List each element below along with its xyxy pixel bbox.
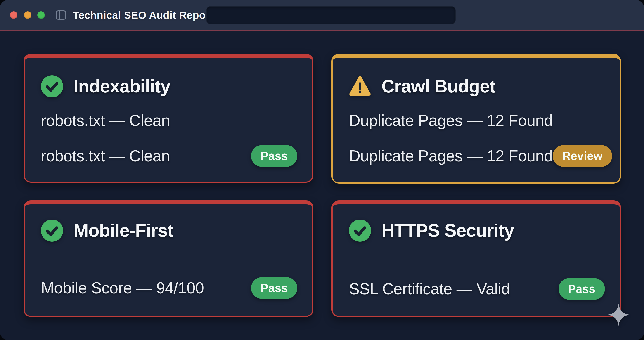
card-header: Indexability bbox=[41, 75, 170, 98]
card-https-security: HTTPS Security SSL Certificate — Valid P… bbox=[332, 200, 621, 317]
audit-row: robots.txt — Clean Pass bbox=[41, 145, 297, 167]
sidebar-toggle-icon[interactable] bbox=[56, 10, 66, 20]
audit-row: Duplicate Pages — 12 Found Review bbox=[349, 145, 605, 167]
title-bar: Technical SEO Audit Report bbox=[0, 0, 644, 30]
window-title: Technical SEO Audit Report bbox=[73, 0, 213, 30]
titlebar-divider bbox=[0, 30, 644, 32]
card-header: Crawl Budget bbox=[349, 75, 496, 98]
minimize-button[interactable] bbox=[24, 11, 32, 19]
card-title: HTTPS Security bbox=[382, 220, 514, 241]
pass-badge[interactable]: Pass bbox=[251, 145, 297, 167]
audit-row-text: Duplicate Pages — 12 Found bbox=[349, 112, 553, 130]
check-circle-icon bbox=[349, 220, 371, 242]
review-badge[interactable]: Review bbox=[553, 145, 612, 167]
card-mobile-first: Mobile-First Mobile Score — 94/100 Pass bbox=[24, 200, 314, 317]
card-crawl-budget: Crawl Budget Duplicate Pages — 12 Found … bbox=[332, 54, 621, 184]
card-title: Mobile-First bbox=[74, 220, 173, 241]
app-window: Technical SEO Audit Report Indexability … bbox=[0, 0, 644, 340]
audit-row: Mobile Score — 94/100 Pass bbox=[41, 277, 297, 299]
pass-badge[interactable]: Pass bbox=[558, 278, 605, 300]
pass-badge[interactable]: Pass bbox=[251, 277, 297, 299]
audit-row-text: robots.txt — Clean bbox=[41, 112, 170, 130]
sidebar-toggle-divider bbox=[59, 11, 60, 19]
audit-row: SSL Certificate — Valid Pass bbox=[349, 278, 605, 300]
audit-row: Duplicate Pages — 12 Found bbox=[349, 109, 605, 132]
card-indexability: Indexability robots.txt — Clean robots.t… bbox=[24, 54, 314, 183]
audit-row-text: robots.txt — Clean bbox=[41, 147, 170, 165]
audit-row-text: SSL Certificate — Valid bbox=[349, 280, 510, 298]
audit-row: robots.txt — Clean bbox=[41, 109, 297, 132]
sparkle-icon bbox=[608, 304, 630, 326]
search-input[interactable] bbox=[206, 6, 456, 24]
card-header: HTTPS Security bbox=[349, 219, 514, 242]
close-button[interactable] bbox=[10, 11, 18, 19]
warning-triangle-icon bbox=[349, 75, 371, 98]
card-title: Indexability bbox=[74, 76, 170, 97]
check-circle-icon bbox=[41, 75, 63, 98]
audit-row-text: Duplicate Pages — 12 Found bbox=[349, 147, 553, 165]
audit-row-text: Mobile Score — 94/100 bbox=[41, 279, 204, 297]
check-circle-icon bbox=[41, 220, 63, 242]
zoom-button[interactable] bbox=[37, 11, 45, 19]
card-header: Mobile-First bbox=[41, 219, 173, 242]
card-title: Crawl Budget bbox=[382, 76, 496, 97]
